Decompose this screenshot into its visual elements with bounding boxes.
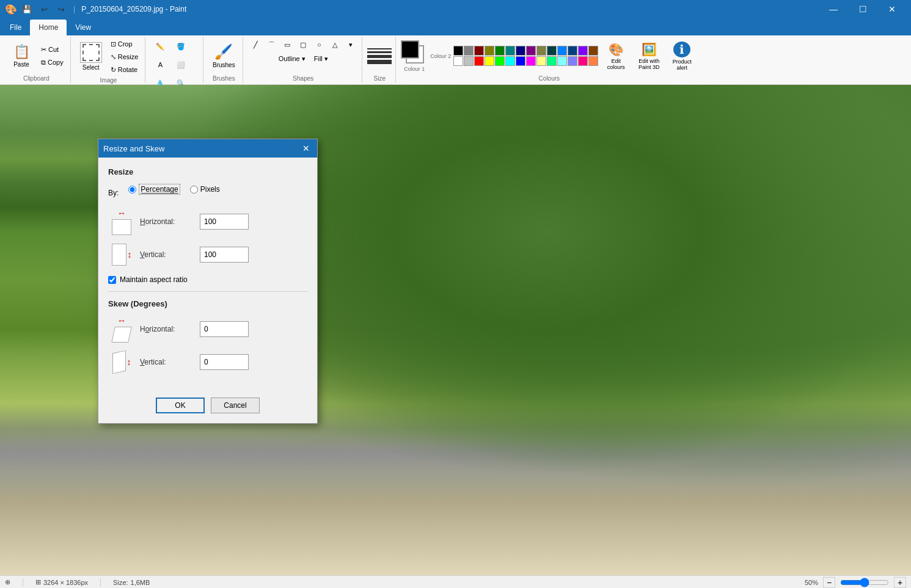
ellipse-tool[interactable]: ○ — [312, 38, 326, 51]
zoom-slider[interactable] — [840, 578, 889, 587]
fill-tool[interactable]: 🪣 — [171, 38, 191, 55]
aspect-ratio-row[interactable]: Maintain aspect ratio — [108, 275, 307, 284]
color-palette — [453, 46, 598, 66]
zoom-out-button[interactable]: − — [823, 577, 835, 588]
tab-view[interactable]: View — [67, 20, 100, 35]
copy-icon: ⧉ — [41, 59, 46, 67]
eraser-tool[interactable]: ⬜ — [171, 56, 191, 73]
pixels-option[interactable]: Pixels — [190, 185, 220, 194]
swatch-violet[interactable] — [578, 46, 588, 56]
swatch-periwinkle[interactable] — [568, 56, 577, 66]
main-area: Resize and Skew ✕ Resize By: Percentage — [0, 85, 911, 575]
pixels-radio[interactable] — [190, 186, 198, 194]
chevron-down-icon[interactable]: ▾ — [343, 38, 358, 51]
vertical-skew-input[interactable] — [200, 354, 249, 370]
ribbon: File Home View 📋 Paste ✂ Cut — [0, 18, 911, 85]
cut-icon: ✂ — [41, 46, 46, 54]
copy-button[interactable]: ⧉ Copy — [38, 56, 67, 68]
swatch-lightcyan[interactable] — [557, 56, 567, 66]
fill-button[interactable]: Fill ▾ — [311, 53, 331, 65]
brushes-button[interactable]: 🖌️ Brushes — [208, 38, 239, 74]
paste-button[interactable]: 📋 Paste — [6, 38, 37, 74]
swatch-darkyellow[interactable] — [536, 46, 546, 56]
percentage-option[interactable]: Percentage — [128, 184, 180, 195]
percentage-radio[interactable] — [128, 186, 136, 194]
swatch-darkred[interactable] — [474, 46, 484, 56]
swatch-teal[interactable] — [505, 46, 515, 56]
cancel-button[interactable]: Cancel — [211, 397, 260, 413]
swatch-silver[interactable] — [464, 56, 474, 66]
resize-mode-group: Percentage Pixels — [128, 184, 219, 195]
swatch-mint[interactable] — [547, 56, 557, 66]
swatch-hotpink[interactable] — [578, 56, 588, 66]
swatch-white[interactable] — [453, 56, 463, 66]
aspect-ratio-checkbox[interactable] — [108, 276, 116, 284]
pencil-icon: ✏️ — [156, 43, 164, 51]
swatch-brown[interactable] — [588, 46, 598, 56]
group-colors: Colour 1 Colour 2 — [397, 37, 701, 83]
fill-icon: 🪣 — [177, 43, 185, 51]
swatch-blue2[interactable] — [516, 56, 525, 66]
tab-home[interactable]: Home — [30, 20, 67, 35]
line-tool[interactable]: ╱ — [248, 38, 263, 51]
color1-box[interactable] — [401, 40, 419, 59]
minimize-btn[interactable]: — — [819, 0, 847, 18]
horizontal-resize-input[interactable] — [200, 214, 249, 230]
tab-file[interactable]: File — [1, 20, 30, 35]
rotate-icon: ↻ — [111, 66, 116, 74]
edit-paint3d-button[interactable]: 🖼️ Edit with Paint 3D — [634, 38, 664, 74]
swatch-orange[interactable] — [588, 56, 598, 66]
swatch-red[interactable] — [474, 56, 484, 66]
outline-button[interactable]: Outline ▾ — [276, 53, 309, 65]
swatch-cyan[interactable] — [505, 56, 515, 66]
dialog-close-button[interactable]: ✕ — [300, 142, 312, 154]
group-shapes: ╱ ⌒ ▭ ▢ ○ △ ▾ Outline ▾ Fill ▾ S — [244, 37, 362, 83]
cursor-status: ⊕ — [5, 578, 10, 586]
swatch-darkblue[interactable] — [568, 46, 577, 56]
swatch-blue[interactable] — [557, 46, 567, 56]
product-alert-button[interactable]: ℹ Product alert — [667, 38, 697, 74]
redo-quick-btn[interactable]: ↪ — [54, 2, 68, 16]
undo-quick-btn[interactable]: ↩ — [37, 2, 51, 16]
swatch-black[interactable] — [453, 46, 463, 56]
swatch-darkteal[interactable] — [547, 46, 557, 56]
paste-icon: 📋 — [13, 44, 30, 60]
dialog-header: Resize and Skew ✕ — [98, 139, 317, 158]
edit-colors-button[interactable]: 🎨 Edit colours — [601, 38, 631, 74]
swatch-lightyellow[interactable] — [536, 56, 546, 66]
vertical-resize-input[interactable] — [200, 247, 249, 263]
pencil-tool[interactable]: ✏️ — [150, 38, 170, 55]
swatch-lime[interactable] — [495, 56, 505, 66]
swatch-purple[interactable] — [526, 46, 536, 56]
select-button[interactable]: Select — [76, 39, 106, 74]
resize-button[interactable]: ⤡ Resize — [108, 51, 142, 63]
size-line-4 — [367, 60, 392, 64]
dialog-title: Resize and Skew — [103, 144, 164, 153]
clipboard-label: Clipboard — [23, 75, 49, 82]
zoom-in-button[interactable]: + — [894, 577, 906, 588]
size-line-2 — [367, 51, 392, 53]
zoom-value: 50% — [805, 579, 818, 586]
ok-button[interactable]: OK — [156, 397, 205, 413]
curve-tool[interactable]: ⌒ — [264, 38, 279, 51]
swatch-olive[interactable] — [485, 46, 494, 56]
horizontal-resize-icon: ↔ — [108, 208, 135, 235]
horizontal-skew-input[interactable] — [200, 321, 249, 337]
brushes-label: Brushes — [213, 75, 235, 82]
text-tool[interactable]: A — [150, 56, 170, 73]
crop-button[interactable]: ⊡ Crop — [108, 38, 142, 50]
swatch-green[interactable] — [495, 46, 505, 56]
rotate-button[interactable]: ↻ Rotate — [108, 64, 142, 76]
close-btn[interactable]: ✕ — [878, 0, 906, 18]
maximize-btn[interactable]: ☐ — [849, 0, 877, 18]
swatch-yellow[interactable] — [485, 56, 494, 66]
triangle-tool[interactable]: △ — [327, 38, 342, 51]
swatch-gray[interactable] — [464, 46, 474, 56]
save-quick-btn[interactable]: 💾 — [20, 2, 34, 16]
swatch-navy[interactable] — [516, 46, 525, 56]
swatch-magenta[interactable] — [526, 56, 536, 66]
cut-button[interactable]: ✂ Cut — [38, 43, 67, 56]
rounded-rect-tool[interactable]: ▢ — [296, 38, 310, 51]
rect-tool[interactable]: ▭ — [280, 38, 295, 51]
title-bar-left: 🎨 💾 ↩ ↪ | P_20150604_205209.jpg - Paint — [5, 2, 186, 16]
